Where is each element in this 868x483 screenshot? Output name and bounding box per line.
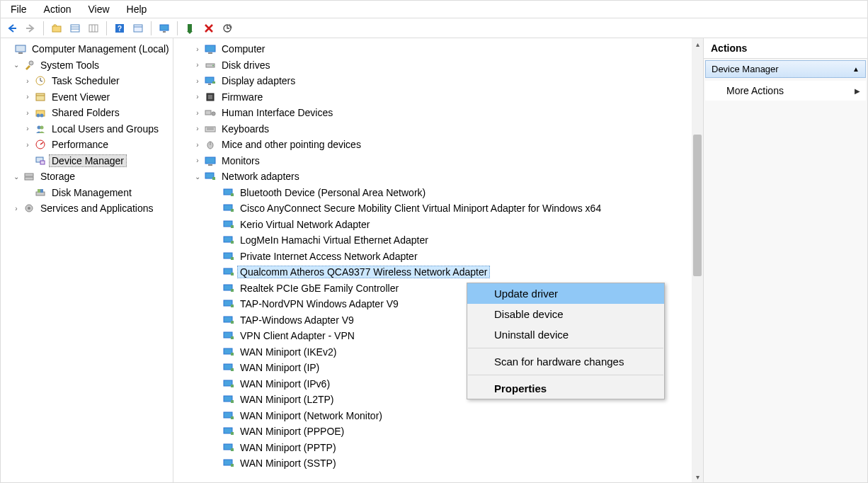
- scan-hardware-button[interactable]: [219, 20, 236, 37]
- tree-item-services[interactable]: Services and Applications: [4, 200, 173, 217]
- tree-item-performance[interactable]: Performance: [4, 137, 173, 153]
- svg-point-23: [40, 114, 44, 118]
- tree-label: Disk Management: [49, 186, 135, 199]
- device-item-pia[interactable]: Private Internet Access Network Adapter: [173, 249, 692, 265]
- expand-toggle[interactable]: [23, 109, 32, 117]
- expand-toggle[interactable]: [193, 61, 202, 69]
- expand-toggle[interactable]: [12, 61, 21, 69]
- expand-toggle[interactable]: [23, 125, 32, 132]
- properties-button[interactable]: [130, 20, 147, 37]
- expand-toggle[interactable]: [23, 141, 32, 149]
- device-item-logmein[interactable]: LogMeIn Hamachi Virtual Ethernet Adapter: [173, 232, 692, 249]
- expand-toggle[interactable]: [23, 77, 32, 85]
- back-button[interactable]: [4, 20, 21, 37]
- tree-label: Display adapters: [219, 74, 298, 87]
- mouse-icon: [205, 139, 216, 150]
- up-folder-button[interactable]: [48, 20, 65, 37]
- category-firmware[interactable]: Firmware: [173, 89, 692, 106]
- scroll-track[interactable]: [692, 50, 703, 471]
- device-item-wan-pptp[interactable]: WAN Miniport (PPTP): [173, 440, 692, 456]
- shared-folder-icon: [35, 107, 46, 118]
- svg-point-22: [37, 114, 40, 118]
- scroll-down-icon[interactable]: ▾: [692, 471, 703, 482]
- actions-header: Actions: [704, 38, 867, 59]
- svg-rect-45: [205, 110, 211, 115]
- context-menu-disable-device[interactable]: Disable device: [467, 304, 664, 324]
- expand-toggle[interactable]: [23, 93, 32, 101]
- enable-device-button[interactable]: [182, 20, 199, 37]
- delete-x-icon: [203, 23, 215, 34]
- expand-toggle[interactable]: [193, 93, 202, 101]
- device-item-wan-netmon[interactable]: WAN Miniport (Network Monitor): [173, 408, 692, 424]
- tree-label: Shared Folders: [49, 106, 122, 119]
- tree-item-local-users[interactable]: Local Users and Groups: [4, 121, 173, 137]
- menu-view[interactable]: View: [81, 2, 116, 16]
- expand-toggle[interactable]: [193, 141, 202, 149]
- svg-rect-73: [231, 321, 234, 324]
- list-view-button[interactable]: [67, 20, 84, 37]
- event-viewer-icon: [35, 91, 46, 103]
- expand-toggle[interactable]: [193, 125, 202, 132]
- expand-toggle[interactable]: [193, 77, 202, 85]
- actions-item-more-actions[interactable]: More Actions ▶: [705, 81, 866, 101]
- svg-rect-41: [208, 84, 211, 85]
- menu-file[interactable]: File: [4, 2, 34, 16]
- svg-rect-59: [231, 209, 234, 212]
- keyboard-icon: [205, 123, 216, 135]
- expand-toggle[interactable]: [193, 157, 202, 164]
- expand-toggle[interactable]: [12, 205, 21, 212]
- help-button[interactable]: ?: [111, 20, 128, 37]
- network-adapter-icon: [223, 394, 234, 405]
- tree-item-root[interactable]: Computer Management (Local): [4, 41, 173, 57]
- columns-button[interactable]: [85, 20, 102, 37]
- device-item-wan-pppoe[interactable]: WAN Miniport (PPPOE): [173, 424, 692, 440]
- category-computer[interactable]: Computer: [173, 41, 692, 57]
- svg-rect-53: [208, 164, 212, 166]
- context-menu-properties[interactable]: Properties: [467, 378, 664, 399]
- category-hid[interactable]: Human Interface Devices: [173, 105, 692, 121]
- tree-item-task-scheduler[interactable]: Task Scheduler: [4, 73, 173, 89]
- category-network-adapters[interactable]: Network adapters: [173, 169, 692, 185]
- context-menu-scan-hardware[interactable]: Scan for hardware changes: [467, 351, 664, 372]
- device-item-cisco[interactable]: Cisco AnyConnect Secure Mobility Client …: [173, 200, 692, 217]
- device-item-wan-sstp[interactable]: WAN Miniport (SSTP): [173, 455, 692, 472]
- scroll-thumb[interactable]: [693, 135, 702, 276]
- expand-toggle[interactable]: [12, 173, 21, 181]
- tree-item-system-tools[interactable]: System Tools: [4, 57, 173, 74]
- clock-icon: [35, 75, 46, 86]
- device-item-kerio[interactable]: Kerio Virtual Network Adapter: [173, 217, 692, 233]
- device-item-bluetooth[interactable]: Bluetooth Device (Personal Area Network): [173, 185, 692, 201]
- tree-item-device-manager[interactable]: Device Manager: [4, 153, 173, 169]
- category-monitors[interactable]: Monitors: [173, 153, 692, 169]
- category-keyboards[interactable]: Keyboards: [173, 121, 692, 137]
- context-menu-update-driver[interactable]: Update driver: [467, 283, 664, 304]
- svg-rect-44: [208, 95, 212, 99]
- device-manager-icon: [35, 155, 46, 166]
- actions-section-device-manager[interactable]: Device Manager ▲: [705, 60, 866, 78]
- expand-toggle[interactable]: [193, 45, 202, 53]
- network-adapter-icon: [223, 458, 234, 469]
- tree-item-shared-folders[interactable]: Shared Folders: [4, 105, 173, 121]
- menu-help[interactable]: Help: [120, 2, 154, 16]
- forward-button[interactable]: [22, 20, 39, 37]
- menu-action[interactable]: Action: [37, 2, 79, 16]
- list-view-icon: [69, 23, 81, 34]
- expand-toggle[interactable]: [193, 173, 202, 181]
- monitor-button[interactable]: [156, 20, 173, 37]
- category-mice[interactable]: Mice and other pointing devices: [173, 137, 692, 153]
- tree-item-storage[interactable]: Storage: [4, 169, 173, 185]
- category-disk-drives[interactable]: Disk drives: [173, 57, 692, 74]
- context-menu-uninstall-device[interactable]: Uninstall device: [467, 324, 664, 345]
- scroll-up-icon[interactable]: ▴: [692, 38, 703, 50]
- category-display-adapters[interactable]: Display adapters: [173, 73, 692, 89]
- tree-label: Local Users and Groups: [49, 123, 161, 135]
- network-adapter-icon: [223, 362, 234, 373]
- tree-item-event-viewer[interactable]: Event Viewer: [4, 89, 173, 106]
- vertical-scrollbar[interactable]: ▴ ▾: [692, 38, 703, 482]
- network-adapter-icon: [223, 203, 234, 214]
- delete-button[interactable]: [200, 20, 217, 37]
- tree-item-disk-management[interactable]: Disk Management: [4, 185, 173, 201]
- device-item-qualcomm[interactable]: Qualcomm Atheros QCA9377 Wireless Networ…: [173, 264, 692, 280]
- toolbar-separator: [43, 21, 44, 35]
- expand-toggle[interactable]: [193, 109, 202, 117]
